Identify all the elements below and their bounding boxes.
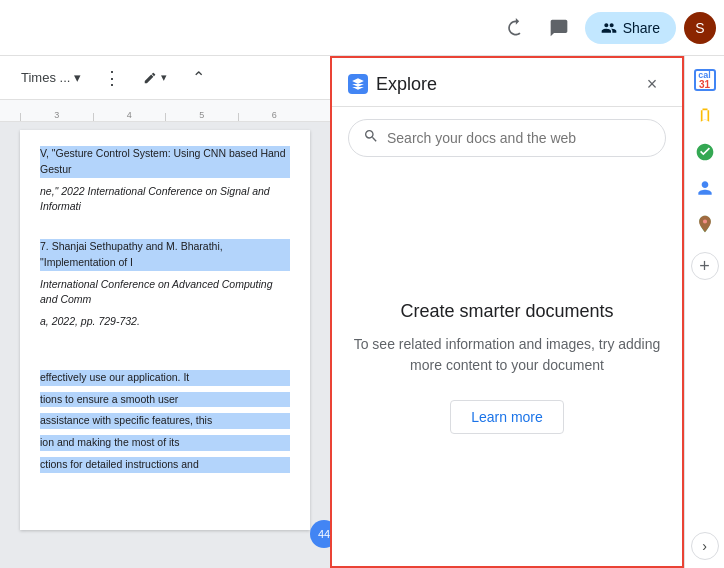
explore-header: Explore ×: [332, 58, 682, 107]
explore-title: Explore: [376, 74, 437, 95]
chevron-up-icon: ⌃: [192, 68, 205, 87]
search-input[interactable]: [387, 130, 651, 146]
share-button[interactable]: Share: [585, 12, 676, 44]
history-icon: [505, 18, 525, 38]
explore-panel: Explore × Create smarter documents To se…: [330, 56, 684, 568]
doc-line-9: ion and making the most of its: [40, 435, 290, 451]
calendar-sidebar-button[interactable]: cal 31: [689, 64, 721, 96]
collapse-toolbar-button[interactable]: ⌃: [184, 64, 212, 92]
calendar-icon: cal 31: [694, 69, 716, 91]
explore-headline: Create smarter documents: [400, 301, 613, 322]
pencil-icon: [143, 71, 157, 85]
tasks-icon: [695, 142, 715, 162]
tasks-sidebar-button[interactable]: [689, 136, 721, 168]
maps-icon: [695, 214, 715, 234]
keep-sidebar-button[interactable]: [689, 100, 721, 132]
doc-spacer-1: [40, 221, 290, 233]
sidebar-expand-button[interactable]: ›: [691, 532, 719, 560]
learn-more-button[interactable]: Learn more: [450, 400, 564, 434]
contacts-sidebar-button[interactable]: [689, 172, 721, 204]
keep-icon: [695, 106, 715, 126]
doc-spacer-2: [40, 336, 290, 364]
font-name: Times ...: [21, 70, 70, 85]
user-avatar[interactable]: S: [684, 12, 716, 44]
add-icon: +: [699, 256, 710, 277]
secondary-toolbar: Times ... ▾ ⋮ ▾ ⌃: [0, 56, 330, 100]
ruler-marks: 3 4 5 6: [20, 113, 310, 121]
right-sidebar: cal 31 + ›: [684, 56, 724, 568]
more-icon: ⋮: [103, 67, 121, 89]
share-people-icon: [601, 20, 617, 36]
doc-line-3: 7. Shanjai Sethupathy and M. Bharathi, "…: [40, 239, 290, 271]
close-explore-button[interactable]: ×: [638, 70, 666, 98]
document-page: V, "Gesture Control System: Using CNN ba…: [20, 130, 310, 530]
doc-line-7: tions to ensure a smooth user: [40, 392, 290, 408]
chevron-right-icon: ›: [702, 538, 707, 554]
ruler: 3 4 5 6: [0, 100, 330, 122]
chat-button[interactable]: [541, 10, 577, 46]
document-area: V, "Gesture Control System: Using CNN ba…: [0, 122, 330, 568]
more-options-button[interactable]: ⋮: [98, 64, 126, 92]
search-icon: [363, 128, 379, 148]
contacts-icon: [695, 178, 715, 198]
font-selector[interactable]: Times ... ▾: [12, 65, 90, 90]
doc-line-6: effectively use our application. It: [40, 370, 290, 386]
history-button[interactable]: [497, 10, 533, 46]
doc-line-4: International Conference on Advanced Com…: [40, 277, 290, 309]
doc-line-5: a, 2022, pp. 729-732.: [40, 314, 290, 330]
top-toolbar: Share S: [0, 0, 724, 56]
dropdown-arrow: ▾: [161, 71, 167, 84]
ruler-tick-5: 5: [165, 113, 238, 121]
maps-sidebar-button[interactable]: [689, 208, 721, 240]
doc-line-1: V, "Gesture Control System: Using CNN ba…: [40, 146, 290, 178]
explore-content-area: Create smarter documents To see related …: [332, 169, 682, 566]
doc-line-2: ne," 2022 International Conference on Si…: [40, 184, 290, 216]
ruler-tick-4: 4: [93, 113, 166, 121]
explore-search-bar[interactable]: [348, 119, 666, 157]
ruler-tick-6: 6: [238, 113, 311, 121]
share-label: Share: [623, 20, 660, 36]
doc-line-8: assistance with specific features, this: [40, 413, 290, 429]
add-apps-button[interactable]: +: [691, 252, 719, 280]
chat-icon: [549, 18, 569, 38]
doc-line-10: ctions for detailed instructions and: [40, 457, 290, 473]
explore-logo-icon: [348, 74, 368, 94]
edit-mode-button[interactable]: ▾: [134, 66, 176, 90]
explore-title-group: Explore: [348, 74, 437, 95]
explore-description: To see related information and images, t…: [352, 334, 662, 376]
font-dropdown-icon: ▾: [74, 70, 81, 85]
ruler-tick-3: 3: [20, 113, 93, 121]
close-icon: ×: [647, 74, 658, 95]
